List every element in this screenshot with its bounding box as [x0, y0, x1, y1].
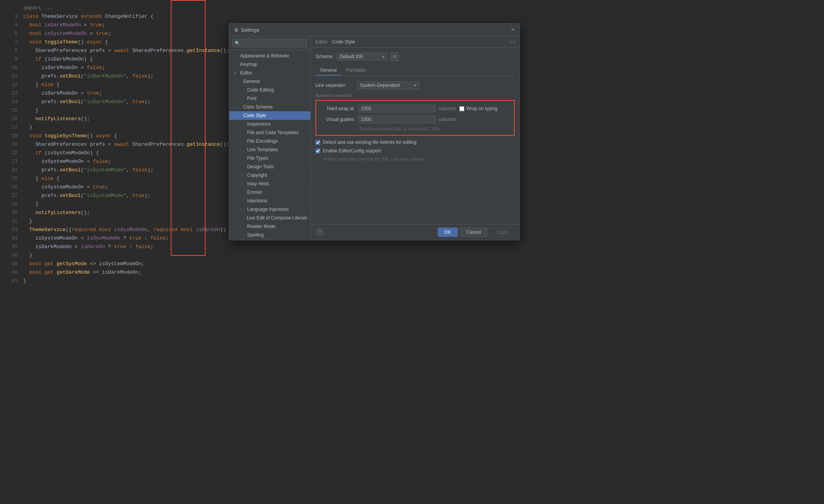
wrap-on-typing-checkbox[interactable] — [459, 106, 464, 111]
help-button[interactable]: ? — [315, 228, 324, 236]
content-area: Scheme: Default IDE ▼ ⚙ General Formatte… — [311, 48, 519, 224]
sidebar-item-spelling[interactable]: Spelling⋮ — [229, 231, 310, 239]
sidebar-item-language-injections[interactable]: ›Language Injections⋮ — [229, 205, 310, 214]
editorconfig-row: Enable EditorConfig support — [315, 148, 515, 154]
detect-indent-row: Detect and use existing file indents for… — [315, 140, 515, 145]
dialog-body: 🔍 ›Appearance & BehaviorKeymap∨Editor›Ge… — [229, 36, 519, 240]
detect-indent-label: Detect and use existing file indents for… — [323, 140, 416, 145]
line-separator-row: Line separator: System-Dependent ▼ — [315, 81, 515, 89]
visual-guides-cols: columns — [439, 117, 456, 122]
hard-wrap-section: Hard wrap at: columns Wrap on typing Vis… — [315, 100, 515, 136]
ok-button[interactable]: OK — [438, 228, 457, 237]
sidebar-item-code-editing[interactable]: Code Editing — [229, 86, 310, 94]
nav-dots-icon: ⋮ — [303, 224, 307, 229]
sidebar-item-code-style[interactable]: ›Code Style⋮ — [229, 111, 310, 120]
expand-arrow-icon: › — [241, 182, 246, 186]
code-line: 41} — [8, 277, 824, 285]
code-line: 35 isDarkModeOn = isDarkOn ? true : fals… — [8, 243, 824, 251]
sidebar-item-font[interactable]: Font — [229, 94, 310, 103]
detect-indent-checkbox[interactable] — [315, 140, 320, 145]
visual-guides-input[interactable] — [358, 116, 436, 123]
scheme-select[interactable]: Default IDE — [337, 53, 387, 60]
apply-button[interactable]: Apply — [490, 228, 515, 237]
expand-arrow-icon: ∨ — [234, 71, 239, 75]
close-button[interactable]: ✕ — [511, 27, 515, 33]
sidebar-item-appearance[interactable]: ›Appearance & Behavior — [229, 52, 310, 60]
expand-arrow-icon: › — [237, 105, 242, 109]
nav-dots-icon: ⋮ — [303, 173, 307, 178]
nav-dots-icon: ⋮ — [303, 182, 307, 186]
sidebar-item-label: Inlay Hints — [247, 181, 269, 186]
expand-arrow-icon: › — [237, 79, 242, 84]
sidebar-item-reader-mode[interactable]: Reader Mode⋮ — [229, 222, 310, 231]
search-input[interactable] — [232, 39, 307, 47]
code-line: 38 bool get getSysMode => isSystemModeOn… — [8, 260, 824, 268]
sidebar-item-label: General — [243, 79, 260, 84]
sidebar-item-editor[interactable]: ∨Editor — [229, 69, 310, 77]
nav-tree: ›Appearance & BehaviorKeymap∨Editor›Gene… — [229, 50, 310, 240]
sidebar-item-general[interactable]: ›General — [229, 77, 310, 86]
visual-guides-row: Visual guides: columns — [320, 116, 510, 123]
breadcrumb-forward-button[interactable]: › — [513, 39, 515, 45]
hard-wrap-label: Hard wrap at: — [320, 106, 355, 111]
expand-arrow-icon: › — [241, 207, 246, 212]
sidebar-item-live-templates[interactable]: Live Templates — [229, 145, 310, 154]
search-box: 🔍 — [229, 36, 310, 50]
expand-arrow-icon: › — [234, 54, 239, 58]
code-line: 36 } — [8, 251, 824, 260]
sidebar-item-textmate-bundles[interactable]: TextMate Bundles — [229, 239, 310, 240]
editorconfig-label: Enable EditorConfig support — [323, 148, 381, 154]
sidebar-item-label: File Encodings — [247, 138, 278, 144]
line-separator-select[interactable]: System-Dependent — [357, 81, 419, 89]
sidebar-item-label: Reader Mode — [247, 224, 275, 229]
scheme-gear-button[interactable]: ⚙ — [390, 52, 399, 61]
breadcrumb-bar: Editor › Code Style ‹ › — [311, 36, 519, 48]
wrap-on-typing-wrap: Wrap on typing — [459, 106, 498, 111]
sidebar-item-label: Keymap — [240, 62, 257, 67]
sidebar-item-label: Live Edit of Compose Literals — [247, 215, 307, 221]
sidebar-item-inspections[interactable]: Inspections — [229, 120, 310, 128]
scheme-select-wrap: Default IDE ▼ — [337, 53, 387, 60]
sidebar-item-file-types[interactable]: File Types — [229, 154, 310, 162]
visual-guides-hint: Specify one guide (80) or several (80, 1… — [359, 126, 510, 131]
sidebar-item-file-code-templates[interactable]: File and Code Templates — [229, 128, 310, 137]
sidebar-item-keymap[interactable]: Keymap — [229, 60, 310, 69]
sidebar-item-label: Spelling — [247, 232, 264, 238]
sidebar-item-live-edit[interactable]: Live Edit of Compose Literals — [229, 214, 310, 222]
sidebar-item-copyright[interactable]: ›Copyright⋮ — [229, 171, 310, 180]
sidebar-item-label: Live Templates — [247, 147, 278, 152]
sidebar-item-color-scheme[interactable]: ›Color Scheme — [229, 103, 310, 111]
breadcrumb-current: Code Style — [332, 39, 355, 45]
breadcrumb-back-button[interactable]: ‹ — [510, 39, 512, 45]
code-line: import ... — [8, 4, 824, 12]
sidebar-item-label: Font — [247, 96, 256, 101]
dialog-title-text: Settings — [241, 27, 259, 33]
gear-icon: ⚙ — [234, 27, 239, 33]
sidebar-item-emmet[interactable]: Emmet — [229, 188, 310, 197]
dialog-title: ⚙ Settings — [234, 27, 259, 33]
line-separator-label: Line separator: — [315, 83, 354, 88]
nav-dots-icon: ⋮ — [303, 233, 307, 237]
line-separator-select-wrap: System-Dependent ▼ — [357, 81, 419, 89]
tab-formatter[interactable]: Formatter — [341, 66, 371, 76]
dialog-footer: ? OK Cancel Apply — [311, 224, 519, 240]
editorconfig-checkbox[interactable] — [315, 148, 320, 154]
sidebar-item-design-tools[interactable]: Design Tools — [229, 162, 310, 171]
sidebar-item-label: Color Scheme — [243, 104, 273, 110]
left-panel: 🔍 ›Appearance & BehaviorKeymap∨Editor›Ge… — [229, 36, 311, 240]
code-line: 40 bool get getDarkMode => isDarkModeOn; — [8, 268, 824, 277]
sidebar-item-label: Intentions — [247, 198, 267, 204]
tab-general[interactable]: General — [315, 66, 341, 76]
sidebar-item-intentions[interactable]: Intentions — [229, 197, 310, 205]
hard-wrap-input[interactable] — [358, 105, 436, 112]
footer-buttons: OK Cancel Apply — [438, 228, 515, 237]
breadcrumb-nav: ‹ › — [510, 39, 515, 45]
sidebar-item-file-encodings[interactable]: File Encodings⋮ — [229, 137, 310, 145]
sidebar-item-label: Appearance & Behavior — [240, 53, 289, 59]
dialog-titlebar: ⚙ Settings ✕ — [229, 24, 519, 36]
sidebar-item-inlay-hints[interactable]: ›Inlay Hints⋮ — [229, 180, 310, 188]
sidebar-item-label: Code Editing — [247, 87, 274, 93]
nav-dots-icon: ⋮ — [303, 114, 307, 118]
cancel-button[interactable]: Cancel — [460, 228, 488, 237]
sidebar-item-label: Code Style — [243, 113, 266, 118]
